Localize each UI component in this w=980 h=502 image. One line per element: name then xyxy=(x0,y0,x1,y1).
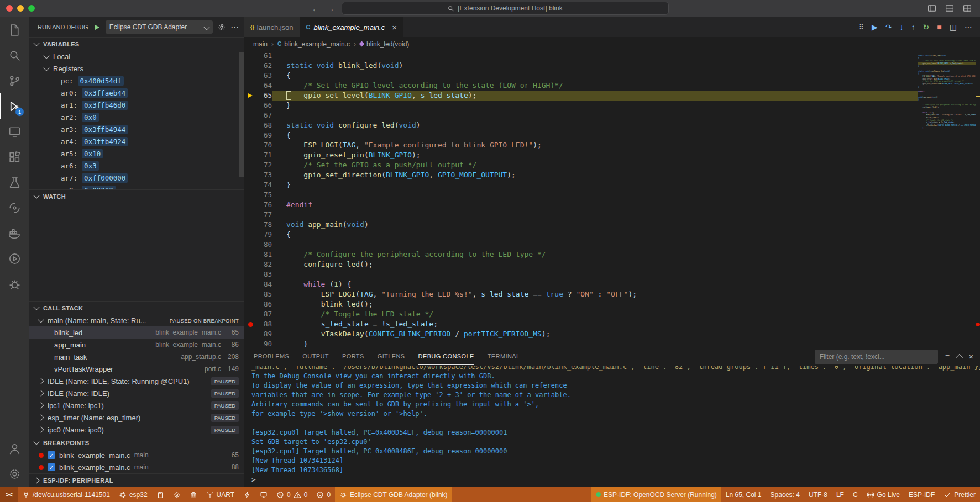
activity-item-run-circle[interactable] xyxy=(0,246,29,271)
glyph-margin[interactable] xyxy=(244,61,256,71)
code-line-83[interactable]: 83 xyxy=(244,270,980,279)
console-prompt[interactable]: > xyxy=(251,475,980,484)
more-actions-icon[interactable]: ⋯ xyxy=(230,22,239,32)
status-forwarded-ports[interactable]: 0 xyxy=(312,487,335,502)
breakpoint-checkbox[interactable]: ✓ xyxy=(48,463,55,471)
zoom-window-button[interactable] xyxy=(28,5,35,12)
activity-item-accounts[interactable] xyxy=(0,436,29,461)
stack-frame-vPortTaskWrapper[interactable]: vPortTaskWrapperport.c149 xyxy=(29,363,244,375)
split-editor-button[interactable]: ◫ xyxy=(950,23,957,31)
breadcrumb-item[interactable]: blink_led(void) xyxy=(360,40,409,48)
code-line-63[interactable]: 63{ xyxy=(244,71,980,81)
code-line-71[interactable]: 71 gpio_reset_pin(BLINK_GPIO); xyxy=(244,150,980,160)
code-line-68[interactable]: 68static void configure_led(void) xyxy=(244,120,980,130)
status-flash-device[interactable] xyxy=(239,487,255,502)
panel-tab-ports[interactable]: PORTS xyxy=(342,348,364,365)
code-line-82[interactable]: 82 configure_led(); xyxy=(244,260,980,270)
glyph-margin[interactable] xyxy=(244,329,256,339)
register-pc[interactable]: pc:0x400d54df xyxy=(29,75,244,87)
status-serial-port[interactable]: /dev/cu.usbserial-1141501 xyxy=(18,487,114,502)
code-line-64[interactable]: 64 /* Set the GPIO level according to th… xyxy=(244,81,980,91)
code-line-90[interactable]: 90 } xyxy=(244,339,980,347)
close-window-button[interactable] xyxy=(6,5,13,12)
debug-console-output[interactable]: _main.c', 'fullname': '/Users/b/blinkgna… xyxy=(244,366,980,487)
activity-item-testing[interactable] xyxy=(0,170,29,195)
code-line-73[interactable]: 73 gpio_set_direction(BLINK_GPIO, GPIO_M… xyxy=(244,170,980,180)
layout-panel-icon[interactable] xyxy=(945,3,955,13)
activity-item-extensions[interactable] xyxy=(0,144,29,170)
thread-row[interactable]: esp_timer (Name: esp_timer)PAUSED xyxy=(29,411,244,424)
continue-button[interactable]: ▶ xyxy=(872,23,878,31)
code-line-88[interactable]: 88 s_led_state = !s_led_state; xyxy=(244,319,980,329)
peripheral-section-header[interactable]: ESP-IDF: PERIPHERAL xyxy=(29,473,244,487)
register-ar3[interactable]: ar3:0x3ffb4944 xyxy=(29,123,244,135)
code-editor[interactable]: 61 62static void blink_led(void)63{64 /*… xyxy=(244,51,980,347)
glyph-margin[interactable] xyxy=(244,289,256,299)
status-indentation[interactable]: Spaces: 4 xyxy=(766,487,804,502)
glyph-margin[interactable] xyxy=(244,309,256,319)
breakpoint-row[interactable]: ✓blink_example_main.cmain88 xyxy=(29,461,244,473)
code-line-65[interactable]: 65 gpio_set_level(BLINK_GPIO, s_led_stat… xyxy=(244,91,980,101)
status-build-project[interactable] xyxy=(169,487,185,502)
step-out-button[interactable]: ↑ xyxy=(911,23,915,31)
stop-button[interactable]: ■ xyxy=(937,23,941,31)
breadcrumb-item[interactable]: main xyxy=(253,40,268,48)
panel-tab-terminal[interactable]: TERMINAL xyxy=(488,348,520,365)
status-language-mode[interactable]: C xyxy=(848,487,862,502)
activity-item-run-and-debug[interactable]: 1 xyxy=(0,93,29,119)
restart-button[interactable]: ↻ xyxy=(923,23,930,31)
glyph-margin[interactable] xyxy=(244,260,256,270)
glyph-margin[interactable] xyxy=(244,101,256,110)
thread-row[interactable]: IDLE (Name: IDLE, State: Running @CPU1)P… xyxy=(29,375,244,387)
glyph-margin[interactable] xyxy=(244,71,256,81)
close-tab-icon[interactable]: × xyxy=(392,23,397,32)
code-line-79[interactable]: 79{ xyxy=(244,230,980,240)
code-line-61[interactable]: 61 xyxy=(244,51,980,61)
activity-item-esp-idf-explorer[interactable] xyxy=(0,195,29,220)
layout-sidebar-icon[interactable] xyxy=(927,3,937,13)
glyph-margin[interactable] xyxy=(244,319,256,329)
code-line-78[interactable]: 78void app_main(void) xyxy=(244,220,980,230)
register-ar0[interactable]: ar0:0x3ffaeb44 xyxy=(29,87,244,99)
code-line-80[interactable]: 80 xyxy=(244,240,980,250)
debug-config-select[interactable]: Eclipse CDT GDB Adapter xyxy=(106,20,213,34)
status-cursor-position[interactable]: Ln 65, Col 1 xyxy=(721,487,766,502)
activity-item-settings[interactable] xyxy=(0,461,29,487)
register-ar7[interactable]: ar7:0xff000000 xyxy=(29,172,244,184)
glyph-margin[interactable] xyxy=(244,250,256,260)
step-over-button[interactable]: ↷ xyxy=(885,23,892,31)
filter-lines-icon[interactable]: ≡ xyxy=(945,352,950,361)
activity-item-docker[interactable] xyxy=(0,220,29,246)
code-line-67[interactable]: 67 xyxy=(244,110,980,120)
code-line-86[interactable]: 86 blink_led(); xyxy=(244,299,980,309)
variables-group-local[interactable]: Local xyxy=(29,50,244,62)
code-line-62[interactable]: 62static void blink_led(void) xyxy=(244,61,980,71)
minimap[interactable]: static void blink_led(void){ /* Set the … xyxy=(918,51,976,347)
gear-icon[interactable] xyxy=(217,23,226,31)
breakpoints-section-header[interactable]: BREAKPOINTS xyxy=(29,436,244,449)
maximize-panel-icon[interactable] xyxy=(956,354,963,361)
glyph-margin[interactable] xyxy=(244,51,256,61)
code-line-75[interactable]: 75 xyxy=(244,190,980,200)
glyph-margin[interactable] xyxy=(244,110,256,120)
watch-section-header[interactable]: WATCH xyxy=(29,189,244,203)
register-ar1[interactable]: ar1:0x3ffb46d0 xyxy=(29,99,244,111)
stack-frame-main_task[interactable]: main_taskapp_startup.c208 xyxy=(29,351,244,363)
call-stack-section-header[interactable]: CALL STACK xyxy=(29,301,244,314)
glyph-margin[interactable] xyxy=(244,220,256,230)
thread-row[interactable]: IDLE (Name: IDLE)PAUSED xyxy=(29,387,244,399)
glyph-margin[interactable] xyxy=(244,91,256,101)
status-esp-idf[interactable]: ESP-IDF xyxy=(904,487,939,502)
panel-tab-gitlens[interactable]: GITLENS xyxy=(378,348,405,365)
status-openocd-server[interactable]: ESP-IDF: OpenOCD Server (Running) xyxy=(591,487,721,502)
command-center-search[interactable]: [Extension Development Host] blink xyxy=(342,2,669,15)
back-button[interactable]: ← xyxy=(312,4,320,13)
glyph-margin[interactable] xyxy=(244,339,256,347)
code-line-77[interactable]: 77 xyxy=(244,210,980,220)
glyph-margin[interactable] xyxy=(244,190,256,200)
thread-row[interactable]: ipc0 (Name: ipc0)PAUSED xyxy=(29,424,244,436)
glyph-margin[interactable] xyxy=(244,230,256,240)
tab-blink_example_main.c[interactable]: Cblink_example_main.c× xyxy=(300,17,403,37)
variables-group-registers[interactable]: Registers xyxy=(29,62,244,75)
glyph-margin[interactable] xyxy=(244,150,256,160)
